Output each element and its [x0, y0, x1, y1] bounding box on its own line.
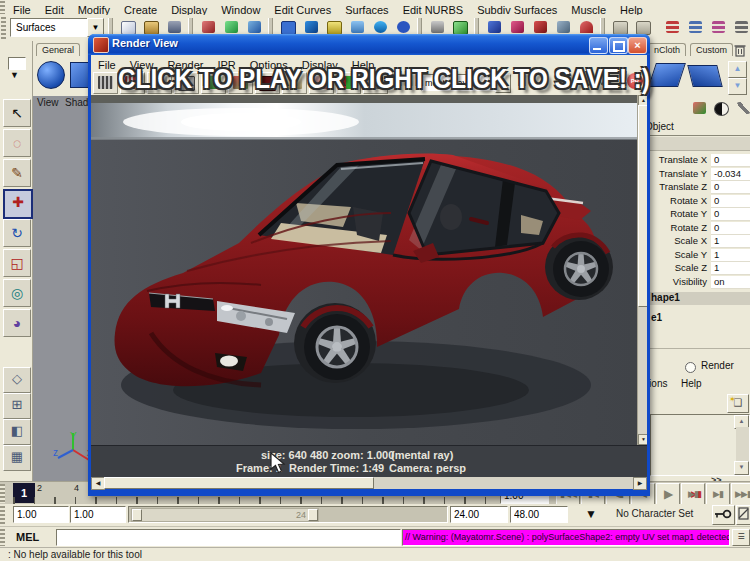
mel-command-input[interactable]	[56, 529, 401, 546]
shelf-tab-custom[interactable]: Custom	[690, 43, 733, 56]
quick-layout-popup[interactable]	[8, 57, 26, 70]
command-feedback-field[interactable]: // Warning: (Mayatomr.Scene) : polySurfa…	[402, 529, 730, 546]
timeslider-drag-handle[interactable]	[0, 484, 5, 503]
render-current-frame-icon[interactable]	[684, 17, 706, 38]
playback-options-dropdown[interactable]: ▼	[572, 506, 610, 523]
go-to-end-button[interactable]: ▶▶▮	[731, 483, 750, 506]
viewport-menu-view[interactable]: View	[37, 97, 59, 108]
shapes-header[interactable]: hape1	[649, 292, 750, 305]
car-render	[91, 95, 638, 445]
layer-list-scroll-down[interactable]: ▼	[734, 461, 749, 475]
hscroll-left-arrow[interactable]: ◀	[91, 477, 105, 490]
mel-label[interactable]: MEL	[16, 531, 39, 543]
range-thumb-right-cap[interactable]	[308, 509, 318, 521]
render-settings-icon[interactable]	[730, 17, 750, 38]
channel-row[interactable]: Rotate Y0	[649, 208, 750, 222]
warning-text: // Warning: (Mayatomr.Scene) : polySurfa…	[403, 530, 729, 545]
step-forward-key-button[interactable]: ▶▮	[681, 483, 705, 506]
layout-outliner-pane-button[interactable]: ▦	[3, 445, 31, 471]
redo-previous-render-icon[interactable]	[93, 72, 118, 94]
layout-single-pane-button[interactable]: ◇	[3, 367, 31, 393]
render-status-area: size: 640 480 zoom: 1.000 (mental ray) F…	[91, 445, 647, 478]
channel-row[interactable]: Scale Z1	[649, 262, 750, 276]
trash-icon[interactable]	[734, 43, 746, 61]
channel-row[interactable]: Translate X0	[649, 154, 750, 168]
vscroll-thumb[interactable]	[638, 105, 647, 307]
channel-row[interactable]: Scale Y1	[649, 249, 750, 263]
playback-end-field[interactable]	[450, 506, 508, 523]
universal-manipulator-icon[interactable]: ◎	[3, 279, 31, 307]
playback-start-field[interactable]	[13, 506, 69, 523]
lasso-tool-icon[interactable]: ◌	[3, 129, 31, 157]
mouse-cursor	[270, 452, 286, 474]
animation-preferences-button[interactable]	[736, 505, 750, 525]
select-tool-icon[interactable]: ↖	[3, 99, 31, 127]
paint-select-tool-icon[interactable]: ✎	[3, 159, 31, 187]
range-slider-thumb[interactable]: 24	[131, 508, 319, 522]
close-button[interactable]: ×	[628, 37, 647, 54]
menubar-drag-handle[interactable]	[0, 1, 5, 14]
layer-list-scrollbar-track[interactable]	[736, 427, 749, 461]
menuset-dropdown[interactable]: Surfaces	[10, 18, 93, 37]
ipr-render-icon[interactable]	[707, 17, 729, 38]
scale-tool-icon[interactable]: ◱	[3, 249, 31, 277]
vscroll-down-arrow[interactable]: ▼	[638, 434, 647, 445]
channel-row[interactable]: Rotate Z0	[649, 222, 750, 236]
channel-box-tab[interactable]: Object	[648, 121, 674, 132]
channel-row[interactable]: Rotate X0	[649, 195, 750, 209]
svg-text:z: z	[53, 447, 58, 458]
input-node-label[interactable]: e1	[651, 312, 662, 323]
shelf-scroll-down[interactable]: ▼	[728, 78, 747, 95]
render-view-window[interactable]: Render View × FileViewRenderIPROptionsDi…	[88, 34, 650, 496]
auto-keyframe-button[interactable]	[712, 505, 735, 525]
layer-render-radio[interactable]	[685, 362, 696, 373]
move-tool-icon[interactable]: ✚	[3, 189, 33, 219]
image-hscrollbar[interactable]: ◀ ▶	[91, 477, 647, 489]
character-set-selector[interactable]: No Character Set	[616, 508, 693, 519]
anim-end-field[interactable]	[510, 506, 568, 523]
commandline-drag-handle[interactable]	[0, 529, 5, 546]
shelf-item-poly-plane-1[interactable]	[648, 63, 686, 87]
layout-two-pane-button[interactable]: ◧	[3, 419, 31, 445]
channel-row[interactable]: Translate Z0	[649, 181, 750, 195]
script-editor-button[interactable]: ☰	[732, 529, 750, 546]
speed-toggle-icon[interactable]	[710, 98, 732, 119]
channel-row[interactable]: Visibilityon	[649, 276, 750, 290]
help-line: : No help available for this tool	[0, 547, 750, 561]
soft-mod-tool-icon[interactable]: ◕	[3, 309, 31, 337]
manipulator-mode-icon[interactable]	[688, 98, 710, 119]
range-slider-track[interactable]: 24	[128, 506, 448, 523]
render-time-text: Render Time: 1:49	[289, 462, 384, 474]
layout-four-pane-button[interactable]: ⊞	[3, 393, 31, 419]
channel-row[interactable]: Translate Y-0.034	[649, 168, 750, 182]
layer-list[interactable]: ▲ ▼	[650, 414, 750, 476]
render-view-titlebar[interactable]: Render View ×	[88, 34, 650, 55]
rotate-tool-icon[interactable]: ↻	[3, 219, 31, 247]
channel-row[interactable]: Scale X1	[649, 235, 750, 249]
create-layer-button[interactable]: ❑✶	[727, 394, 749, 413]
maximize-button[interactable]	[609, 37, 628, 54]
rendered-image-area[interactable]: ▲ ▼	[91, 95, 647, 445]
anim-start-field[interactable]	[70, 506, 126, 523]
hypergraph-arrow-icon[interactable]	[732, 98, 750, 119]
layer-menu-help[interactable]: Help	[681, 378, 702, 389]
shelf-item-nurbs-sphere[interactable]	[37, 61, 65, 89]
layer-render-radio-label: Render	[701, 360, 734, 371]
hscroll-right-arrow[interactable]: ▶	[633, 477, 647, 490]
layer-menu-options[interactable]: Options	[648, 378, 667, 389]
shelf-scroll-up[interactable]: ▲	[728, 61, 747, 78]
image-vscrollbar[interactable]: ▲ ▼	[637, 95, 647, 445]
quick-layout-arrow[interactable]: ▼	[10, 70, 19, 80]
shelf-item-poly-plane-2[interactable]	[687, 65, 722, 87]
render-view-open-icon[interactable]	[661, 17, 683, 38]
hscroll-thumb[interactable]	[104, 477, 374, 489]
step-forward-frame-button[interactable]: ▶▮	[706, 483, 730, 506]
range-thumb-left-cap[interactable]	[132, 509, 142, 521]
shelf-tab-ncloth[interactable]: nCloth	[648, 43, 686, 56]
minimize-button[interactable]	[589, 37, 608, 54]
rangeslider-drag-handle[interactable]	[0, 506, 5, 524]
statusline-drag-handle[interactable]	[1, 17, 6, 39]
render-view-title: Render View	[112, 37, 178, 49]
play-forwards-button[interactable]: ▶	[656, 483, 680, 506]
shelf-tab-general[interactable]: General	[36, 43, 80, 56]
